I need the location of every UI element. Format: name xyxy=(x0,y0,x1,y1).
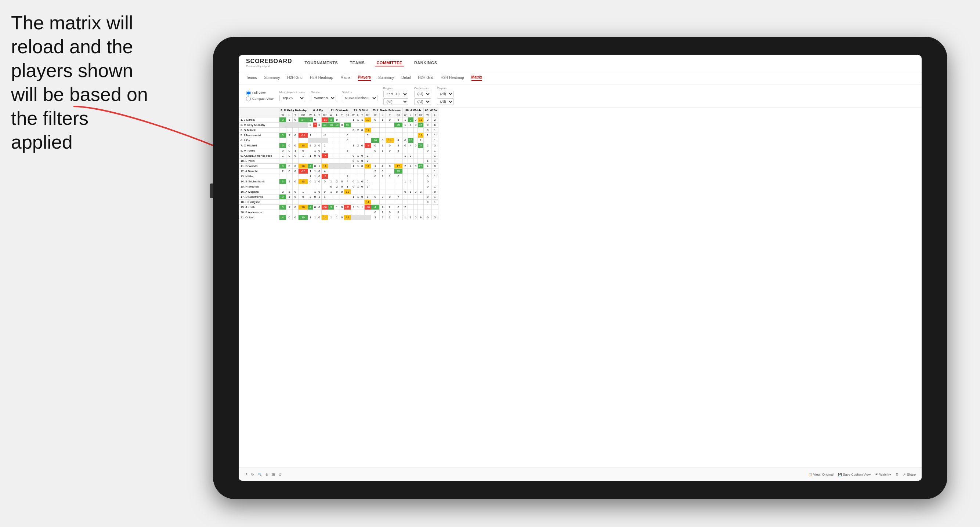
sub-nav-detail[interactable]: Detail xyxy=(401,75,411,80)
matrix-cell: 11 xyxy=(364,200,371,205)
sub-nav-players[interactable]: Players xyxy=(358,75,371,81)
matrix-cell: 0 xyxy=(371,210,380,215)
filters-row: Full View Compact View Max players in vi… xyxy=(239,84,922,108)
fit-button[interactable]: ⊞ xyxy=(272,473,275,476)
reset-button[interactable]: ⊙ xyxy=(279,473,282,476)
matrix-cell: 20 xyxy=(418,163,424,169)
matrix-cell xyxy=(371,153,380,159)
matrix-cell: 0 xyxy=(360,179,364,184)
matrix-cell: 4 xyxy=(407,143,414,148)
undo-button[interactable]: ↺ xyxy=(245,473,248,476)
matrix-cell: 3 xyxy=(431,215,438,220)
sub-h-t6: T xyxy=(414,113,417,117)
players-select2[interactable]: (All) xyxy=(437,98,454,105)
matrix-cell: 0 xyxy=(424,195,431,200)
matrix-cell xyxy=(414,210,417,215)
matrix-cell: 2 xyxy=(403,205,408,210)
zoom-out-button[interactable]: 🔍 xyxy=(258,473,262,476)
matrix-cell xyxy=(340,163,344,169)
matrix-cell xyxy=(334,174,340,179)
matrix-cell: 1 xyxy=(334,215,340,220)
matrix-cell: 0 xyxy=(292,189,298,195)
settings-button[interactable]: ⚙ xyxy=(896,473,899,476)
sub-nav-h2h-grid[interactable]: H2H Grid xyxy=(287,75,302,80)
matrix-cell xyxy=(328,169,334,174)
matrix-cell: 0 xyxy=(364,133,371,138)
matrix-container[interactable]: 2. M Kelly Mulcahy 6. A Dy 11. G Woods 2… xyxy=(239,108,922,468)
nav-item-tournaments[interactable]: TOURNAMENTS xyxy=(303,60,340,67)
matrix-cell xyxy=(414,179,417,184)
sub-nav-summary2[interactable]: Summary xyxy=(378,75,394,80)
matrix-cell: 0 xyxy=(380,138,386,143)
col-header-webb: 38. A Webb xyxy=(403,108,424,113)
view-original-button[interactable]: 📋 View: Original xyxy=(808,473,834,476)
sub-nav-summary[interactable]: Summary xyxy=(264,75,280,80)
table-row: 17. D Ballesteros310520111101020701 xyxy=(239,195,438,200)
matrix-cell: 11 xyxy=(344,189,351,195)
matrix-cell: 5 xyxy=(321,179,328,184)
matrix-cell: 1 xyxy=(403,179,408,184)
player-name-cell: 21. O Stoll xyxy=(239,215,279,220)
matrix-cell xyxy=(313,210,317,215)
players-select[interactable]: (All) xyxy=(437,90,454,97)
sub-h-w2: W xyxy=(308,113,313,117)
matrix-cell: 1 xyxy=(351,195,356,200)
compact-view-radio[interactable] xyxy=(246,97,251,101)
sub-nav-h2h-grid2[interactable]: H2H Grid xyxy=(418,75,434,80)
matrix-cell xyxy=(328,195,334,200)
sub-nav-h2h-heatmap[interactable]: H2H Heatmap xyxy=(310,75,333,80)
full-view-radio[interactable] xyxy=(246,90,251,95)
matrix-cell: 4 xyxy=(407,122,414,128)
matrix-cell xyxy=(340,143,344,148)
matrix-cell xyxy=(351,215,356,220)
save-custom-button[interactable]: 💾 Save Custom View xyxy=(838,473,870,476)
matrix-cell: 0 xyxy=(414,122,417,128)
matrix-cell: 0 xyxy=(371,174,380,179)
region-select2[interactable]: (All) xyxy=(383,98,408,105)
matrix-cell: 17 xyxy=(418,133,424,138)
division-select[interactable]: NCAA Division II NCAA Division I xyxy=(342,95,377,101)
matrix-cell xyxy=(414,169,417,174)
matrix-cell: 0 xyxy=(414,189,417,195)
matrix-cell xyxy=(385,184,394,189)
matrix-cell xyxy=(360,138,364,143)
zoom-in-button[interactable]: ⊕ xyxy=(266,473,269,476)
sub-nav-teams[interactable]: Teams xyxy=(246,75,257,80)
sub-h-w5: W xyxy=(371,113,380,117)
share-button[interactable]: ↗ Share xyxy=(903,473,916,476)
gender-select[interactable]: Women's Men's xyxy=(311,95,336,101)
sub-h-dif4: Dif xyxy=(364,113,371,117)
matrix-cell xyxy=(340,210,344,215)
sub-h-t2: T xyxy=(317,113,321,117)
compact-view-option[interactable]: Compact View xyxy=(246,97,274,101)
matrix-cell xyxy=(407,200,414,205)
redo-button[interactable]: ↻ xyxy=(251,473,254,476)
matrix-cell: 1 xyxy=(431,148,438,153)
matrix-cell xyxy=(308,210,313,215)
nav-item-committee[interactable]: COMMITTEE xyxy=(375,60,404,67)
matrix-cell: 10 xyxy=(364,117,371,122)
nav-item-rankings[interactable]: RANKINGS xyxy=(413,60,439,67)
matrix-cell xyxy=(351,148,356,153)
matrix-cell: 3 xyxy=(279,179,286,184)
sub-nav-h2h-heatmap2[interactable]: H2H Heatmap xyxy=(441,75,464,80)
sub-h-w3: W xyxy=(328,113,334,117)
full-view-option[interactable]: Full View xyxy=(246,90,274,95)
player-name-cell: 19. J Karth xyxy=(239,205,279,210)
max-players-select[interactable]: Top 25 Top 50 All xyxy=(279,95,305,101)
matrix-cell xyxy=(317,210,321,215)
sub-nav-matrix[interactable]: Matrix xyxy=(340,75,350,80)
matrix-cell xyxy=(403,133,408,138)
matrix-cell: 1 xyxy=(286,133,292,138)
watch-button[interactable]: 👁 Watch ▾ xyxy=(875,473,891,476)
matrix-cell: 0 xyxy=(371,143,380,148)
sub-nav-matrix2[interactable]: Matrix xyxy=(471,75,482,81)
matrix-cell: 1 xyxy=(431,153,438,159)
conference-select2[interactable]: (All) xyxy=(414,98,431,105)
matrix-cell: 1 xyxy=(431,159,438,163)
nav-item-teams[interactable]: TEAMS xyxy=(348,60,366,67)
matrix-cell xyxy=(407,174,414,179)
player-name-cell: 18. H Hodgson xyxy=(239,200,279,205)
conference-select[interactable]: (All) xyxy=(414,90,431,97)
region-select[interactable]: East - DII (All) xyxy=(383,90,408,97)
